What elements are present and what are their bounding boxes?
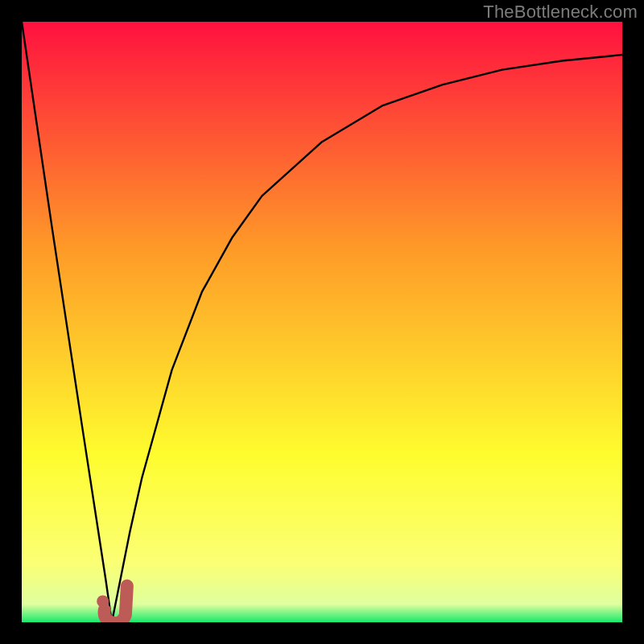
frame-left: [0, 0, 22, 644]
chart-stage: TheBottleneck.com: [0, 0, 644, 644]
frame-bottom: [0, 622, 644, 644]
bottleneck-chart: [0, 0, 644, 644]
watermark-text: TheBottleneck.com: [483, 2, 638, 23]
frame-right: [622, 0, 644, 644]
plot-background: [22, 22, 622, 622]
